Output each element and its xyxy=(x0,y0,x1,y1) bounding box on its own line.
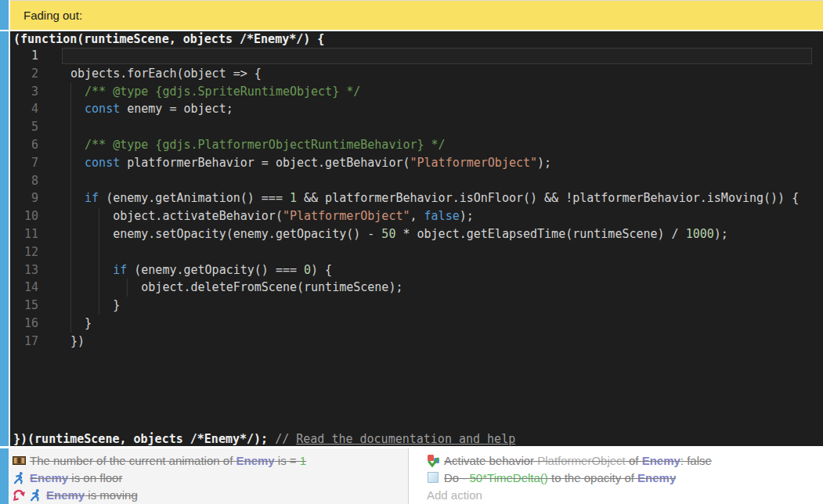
event-selection-strip xyxy=(0,448,9,504)
action-text: Do - 50*TimeDelta() to the opacity of En… xyxy=(444,471,676,484)
js-code-event[interactable]: (function(runtimeScene, objects /*Enemy*… xyxy=(0,31,823,446)
event-selection-strip xyxy=(0,31,9,446)
code-line-text xyxy=(38,47,70,65)
code-footer-comment-prefix: // xyxy=(275,432,296,446)
condition-text: The number of the current animation of E… xyxy=(30,454,306,467)
code-line-text: } xyxy=(38,315,92,333)
behavior-icon xyxy=(427,454,440,467)
code-line[interactable]: 8 xyxy=(10,172,823,190)
line-number: 9 xyxy=(10,189,38,207)
code-line-text: /** @type {gdjs.PlatformerObjectRuntimeB… xyxy=(38,136,446,154)
indent-guide xyxy=(70,243,71,261)
actions-column: Activate behavior PlatformerObject of En… xyxy=(409,448,823,504)
code-line-text: } xyxy=(38,297,120,315)
code-line[interactable]: 7 const platformerBehavior = object.getB… xyxy=(10,154,823,172)
code-line-text: objects.forEach(object => { xyxy=(38,65,262,83)
code-line[interactable]: 5 xyxy=(10,118,823,136)
code-line[interactable]: 12 xyxy=(10,243,823,261)
line-number: 11 xyxy=(10,225,38,243)
add-action-button[interactable]: Add action xyxy=(427,486,823,503)
line-number: 12 xyxy=(10,243,38,261)
condition-row[interactable]: Enemy is moving xyxy=(13,486,408,503)
code-line-text: }) xyxy=(38,333,85,351)
line-number: 14 xyxy=(10,279,38,297)
line-number: 3 xyxy=(10,83,38,101)
comment-text: Fading out: xyxy=(23,9,82,22)
line-number: 4 xyxy=(10,100,38,118)
action-row[interactable]: Activate behavior PlatformerObject of En… xyxy=(427,452,823,469)
condition-text: Enemy is on floor xyxy=(30,471,122,484)
line-number: 6 xyxy=(10,136,38,154)
condition-text: Enemy is moving xyxy=(46,488,138,502)
code-line[interactable]: 4 const enemy = object; xyxy=(10,100,823,118)
line-number: 17 xyxy=(10,333,38,351)
code-line-text: if (enemy.getOpacity() === 0) { xyxy=(38,261,332,279)
line-number: 16 xyxy=(10,315,38,333)
code-line-text: object.deleteFromScene(runtimeScene); xyxy=(38,279,402,297)
animation-frame-icon xyxy=(13,454,26,467)
code-footer-code: })(runtimeScene, objects /*Enemy*/); xyxy=(13,432,275,446)
opacity-icon xyxy=(427,471,440,484)
code-line-text: enemy.setOpacity(enemy.getOpacity() - 50… xyxy=(38,225,728,243)
code-line[interactable]: 9 if (enemy.getAnimation() === 1 && plat… xyxy=(10,189,823,207)
code-line-text xyxy=(38,172,70,190)
code-line[interactable]: 1 xyxy=(10,47,823,65)
invert-condition-icon xyxy=(13,488,26,502)
code-line[interactable]: 13 if (enemy.getOpacity() === 0) { xyxy=(10,261,823,279)
line-number: 10 xyxy=(10,207,38,225)
code-line[interactable]: 3 /** @type {gdjs.SpriteRuntimeObject} *… xyxy=(10,83,823,101)
code-line[interactable]: 17}) xyxy=(10,333,823,351)
line-number: 1 xyxy=(10,47,38,65)
line-number: 8 xyxy=(10,172,38,190)
line-number: 15 xyxy=(10,297,38,315)
conditions-column: The number of the current animation of E… xyxy=(10,448,408,504)
line-number: 13 xyxy=(10,261,38,279)
event-selection-strip xyxy=(0,0,9,30)
code-line[interactable]: 2objects.forEach(object => { xyxy=(10,65,823,83)
code-line-text: const platformerBehavior = object.getBeh… xyxy=(38,154,551,172)
platformer-character-icon xyxy=(29,488,42,502)
platformer-character-icon xyxy=(13,471,26,484)
indent-guide xyxy=(70,172,71,190)
indent-guide xyxy=(70,118,71,136)
code-line-text: object.activateBehavior("PlatformerObjec… xyxy=(38,207,474,225)
documentation-link[interactable]: Read the documentation and help xyxy=(296,432,515,446)
current-line-highlight xyxy=(62,48,812,64)
condition-row[interactable]: The number of the current animation of E… xyxy=(13,452,408,469)
action-text: Activate behavior PlatformerObject of En… xyxy=(444,454,712,467)
line-number: 5 xyxy=(10,118,38,136)
action-row[interactable]: Do - 50*TimeDelta() to the opacity of En… xyxy=(427,469,823,486)
code-header-line: (function(runtimeScene, objects /*Enemy*… xyxy=(10,31,823,47)
code-line[interactable]: 15 } xyxy=(10,297,823,315)
code-line-text xyxy=(38,118,70,136)
code-line-text: /** @type {gdjs.SpriteRuntimeObject} */ xyxy=(38,83,360,101)
code-line-text: if (enemy.getAnimation() === 1 && platfo… xyxy=(38,189,799,207)
editor-empty-area[interactable] xyxy=(10,351,823,432)
code-line[interactable]: 11 enemy.setOpacity(enemy.getOpacity() -… xyxy=(10,225,823,243)
code-footer-line: })(runtimeScene, objects /*Enemy*/); // … xyxy=(10,432,823,446)
code-line-text: const enemy = object; xyxy=(38,100,233,118)
line-number: 2 xyxy=(10,65,38,83)
comment-event[interactable]: Fading out: xyxy=(0,0,823,30)
indent-guide xyxy=(99,243,99,261)
code-line-text xyxy=(38,243,70,261)
condition-row[interactable]: Enemy is on floor xyxy=(13,469,408,486)
line-number: 7 xyxy=(10,154,38,172)
code-line[interactable]: 14 object.deleteFromScene(runtimeScene); xyxy=(10,279,823,297)
code-line[interactable]: 16 } xyxy=(10,315,823,333)
code-line[interactable]: 10 object.activateBehavior("PlatformerOb… xyxy=(10,207,823,225)
standard-event[interactable]: The number of the current animation of E… xyxy=(0,448,823,504)
code-line[interactable]: 6 /** @type {gdjs.PlatformerObjectRuntim… xyxy=(10,136,823,154)
code-editor[interactable]: 12objects.forEach(object => {3 /** @type… xyxy=(10,47,823,351)
